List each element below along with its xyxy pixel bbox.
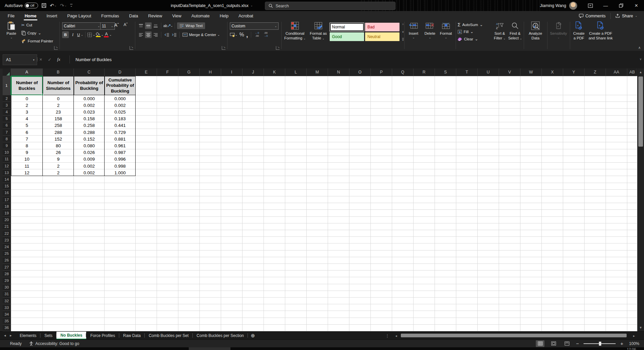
cell-D10[interactable]: 0.987 [105,149,136,156]
cell-B3[interactable]: 2 [43,102,74,109]
row-header-21[interactable]: 21 [3,223,11,230]
cell-B12[interactable]: 2 [43,163,74,169]
accounting-format-button[interactable]: ⌄ [230,31,237,38]
fill-button[interactable]: Fill⌄ [458,29,473,34]
hscroll-left-icon[interactable]: ◂ [393,334,399,338]
cell-B11[interactable]: 9 [43,156,74,163]
cell-D13[interactable]: 1.000 [105,169,136,176]
column-header-C[interactable]: C [74,68,105,76]
cell-C12[interactable]: 0.002 [74,163,105,169]
alignment-dialog-launcher[interactable]: ↘ [222,46,225,50]
cell-B10[interactable]: 26 [43,149,74,156]
cell-C3[interactable]: 0.002 [74,102,105,109]
increase-indent-button[interactable] [171,31,177,38]
font-size-select[interactable]: 11⌄ [100,22,115,30]
redo-button[interactable]: ↷⌄ [60,3,67,8]
row-header-6[interactable]: 6 [3,122,11,129]
autosave-switch-icon[interactable]: Off [25,3,38,8]
sort-filter-button[interactable]: AZ Sort & Filter ⌄ [492,21,507,40]
cell-C10[interactable]: 0.026 [74,149,105,156]
cell-style-good[interactable]: Good [330,32,364,41]
comma-style-button[interactable]: , [246,33,248,36]
ribbon-tab-help[interactable]: Help [215,11,233,21]
expand-formula-bar-icon[interactable]: ∨ [639,57,642,61]
column-header-K[interactable]: K [264,68,285,76]
row-header-20[interactable]: 20 [3,217,11,223]
column-header-G[interactable]: G [178,68,200,76]
format-as-table-button[interactable]: Format as Table ⌄ [308,21,329,40]
column-header-X[interactable]: X [542,68,563,76]
paste-button[interactable]: Paste ⌄ [4,21,19,39]
cell-A3[interactable]: 2 [11,102,43,109]
insert-function-icon[interactable]: fx [57,57,60,62]
cell-C8[interactable]: 0.152 [74,136,105,142]
sheet-tab-force-profiles[interactable]: Force Profiles [86,332,119,339]
confirm-entry-icon[interactable]: ✓ [48,57,51,62]
normal-view-button[interactable] [536,340,544,347]
sheet-tab-no-buckles[interactable]: No Buckles [56,332,86,339]
row-header-5[interactable]: 5 [3,116,11,122]
zoom-out-button[interactable]: − [576,341,579,346]
ribbon-tab-acrobat[interactable]: Acrobat [233,11,258,21]
row-header-17[interactable]: 17 [3,196,11,203]
column-header-F[interactable]: F [157,68,178,76]
cell-C2[interactable]: 0.000 [74,95,105,102]
vscroll-up-icon[interactable]: ▲ [637,69,644,75]
create-pdf-share-button[interactable]: Create a PDF and Share link [587,21,614,40]
cell-A7[interactable]: 6 [11,129,43,136]
align-center-button[interactable] [145,31,152,38]
cell-style-neutral[interactable]: Neutral [365,32,399,41]
vscroll-down-icon[interactable]: ▼ [637,325,644,331]
column-header-J[interactable]: J [243,68,264,76]
cell-D8[interactable]: 0.881 [105,136,136,142]
page-break-view-button[interactable] [562,340,571,347]
row-header-25[interactable]: 25 [3,250,11,257]
vertical-scrollbar-thumb[interactable] [638,76,643,147]
share-button[interactable]: Share ⌄ [612,13,641,19]
ribbon-tab-page-layout[interactable]: Page Layout [62,11,96,21]
row-header-34[interactable]: 34 [3,311,11,318]
collapse-ribbon-icon[interactable]: ∧ [638,46,641,49]
format-cells-button[interactable]: Format ⌄ [438,21,454,39]
cell-C7[interactable]: 0.288 [74,129,105,136]
delete-cells-button[interactable]: Delete ⌄ [422,21,438,39]
ribbon-display-options-button[interactable] [583,0,598,11]
row-header-19[interactable]: 19 [3,210,11,216]
zoom-slider[interactable] [584,343,616,344]
cell-B9[interactable]: 80 [43,142,74,149]
gallery-scroll-up-icon[interactable]: ∧ [402,23,404,26]
sheet-tab-comb-buckles-per-section[interactable]: Comb Buckles per Section [193,332,248,339]
table-header-cell[interactable]: Number of Simulations [43,76,74,95]
row-header-32[interactable]: 32 [3,298,11,304]
gallery-scroll-down-icon[interactable]: ∨ [402,30,404,33]
cell-A8[interactable]: 7 [11,136,43,142]
conditional-formatting-button[interactable]: Conditional Formatting ⌄ [283,21,307,40]
undo-button[interactable]: ↶⌄ [50,3,56,8]
align-left-button[interactable] [138,31,144,38]
cell-D7[interactable]: 0.729 [105,129,136,136]
column-header-R[interactable]: R [414,68,435,76]
formula-input[interactable]: Number of Buckles [73,54,636,64]
ribbon-tab-review[interactable]: Review [143,11,167,21]
clipboard-dialog-launcher[interactable]: ↘ [54,46,58,50]
ribbon-tab-automate[interactable]: Automate [186,11,215,21]
column-header-P[interactable]: P [371,68,392,76]
column-header-A[interactable]: A [11,68,43,76]
row-header-4[interactable]: 4 [3,109,11,115]
cell-C11[interactable]: 0.009 [74,156,105,163]
cell-C13[interactable]: 0.002 [74,169,105,176]
cell-B13[interactable]: 2 [43,169,74,176]
search-box[interactable]: Search [265,2,395,10]
cell-D6[interactable]: 0.441 [105,122,136,129]
table-header-cell[interactable]: Number of Buckles [11,76,43,95]
file-name[interactable]: inputDataTemplate_A_scen1_outputs.xlsx [171,3,249,8]
column-header-M[interactable]: M [307,68,328,76]
ribbon-tab-formulas[interactable]: Formulas [96,11,124,21]
zoom-in-button[interactable]: + [620,341,623,346]
create-pdf-button[interactable]: Create a PDF [571,21,587,40]
table-header-cell[interactable]: Cumulative Probability of Buckling [105,76,136,95]
cell-C5[interactable]: 0.158 [74,116,105,122]
cell-A11[interactable]: 10 [11,156,43,163]
row-header-27[interactable]: 27 [3,264,11,271]
row-header-12[interactable]: 12 [3,163,11,169]
